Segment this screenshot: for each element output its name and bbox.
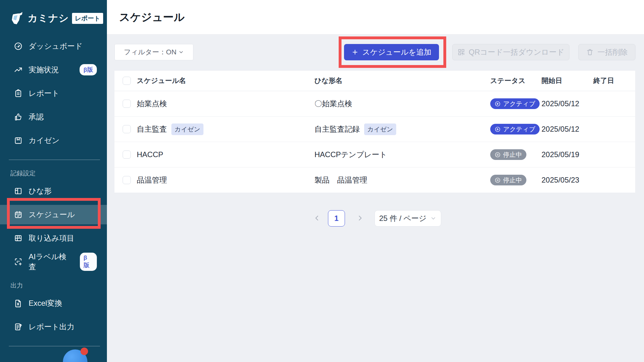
- thumbs-up-icon: [14, 112, 23, 121]
- excel-file-icon: [14, 299, 23, 308]
- sidebar-nav-main: ダッシュボード 実施状況 β版 レポート: [0, 36, 107, 150]
- status-cell: アクティブ: [490, 124, 541, 134]
- table-header-row: スケジュール名 ひな形名 ステータス 開始日 終了日: [114, 71, 635, 91]
- sidebar-item-label: ダッシュボード: [29, 41, 82, 51]
- column-header-end-date: 終了日: [593, 76, 635, 85]
- schedule-table: スケジュール名 ひな形名 ステータス 開始日 終了日 始業点検 〇始業点検 アク…: [114, 71, 635, 193]
- play-circle-icon: [495, 126, 501, 132]
- sidebar-item-dashboard[interactable]: ダッシュボード: [0, 36, 107, 56]
- page-title: スケジュール: [119, 10, 185, 25]
- page-header: スケジュール: [107, 0, 644, 35]
- template-name-cell: HACCPテンプレート: [314, 150, 490, 160]
- table-row[interactable]: 始業点検 〇始業点検 アクティブ 2025/05/12: [114, 91, 635, 117]
- sidebar-item-ai-label[interactable]: AIラベル検査 β版: [0, 252, 107, 272]
- next-page-button[interactable]: [356, 214, 364, 222]
- sidebar-item-label: ひな形: [29, 186, 52, 196]
- schedule-name-cell: HACCP: [137, 150, 314, 159]
- bulk-delete-label: 一括削除: [597, 47, 628, 57]
- trash-icon: [586, 48, 594, 56]
- schedule-name-cell: 品温管理: [137, 175, 314, 185]
- sidebar-divider-bottom: [9, 346, 100, 346]
- status-badge: 停止中: [490, 175, 526, 185]
- schedule-name-cell: 始業点検: [137, 99, 314, 109]
- add-schedule-label: スケジュールを追加: [362, 47, 431, 57]
- filter-button-label: フィルター：ON: [124, 47, 176, 57]
- bulk-delete-button[interactable]: 一括削除: [578, 44, 636, 60]
- pause-circle-icon: [495, 152, 501, 158]
- status-badge: アクティブ: [490, 124, 540, 134]
- status-badge: 停止中: [490, 149, 526, 160]
- import-table-icon: [14, 234, 23, 243]
- gauge-icon: [14, 42, 23, 51]
- start-date-cell: 2025/05/12: [541, 125, 593, 134]
- play-circle-icon: [495, 101, 501, 107]
- report-export-icon: [14, 322, 23, 331]
- sidebar-item-excel[interactable]: Excel変換: [0, 293, 107, 313]
- chevron-down-icon: [178, 49, 184, 55]
- previous-page-button[interactable]: [313, 214, 321, 222]
- kaizen-tag: カイゼン: [171, 123, 203, 135]
- column-header-start-date: 開始日: [541, 76, 593, 85]
- sidebar-item-approval[interactable]: 承認: [0, 107, 107, 127]
- page-number-button[interactable]: 1: [328, 210, 345, 227]
- brand-name: カミナシ: [28, 12, 69, 25]
- sidebar-item-label: スケジュール: [29, 210, 75, 220]
- kaizen-icon: [14, 136, 23, 145]
- column-header-status: ステータス: [490, 76, 541, 85]
- filter-button[interactable]: フィルター：ON: [114, 44, 193, 60]
- page-size-select[interactable]: 25 件 / ページ: [375, 210, 441, 227]
- template-icon: [14, 187, 23, 195]
- goat-logo-icon: [9, 11, 25, 25]
- status-cell: 停止中: [490, 149, 541, 160]
- template-name-cell: 〇始業点検: [314, 99, 490, 109]
- section-label-records: 記録設定: [0, 169, 107, 177]
- sidebar-item-report-export[interactable]: レポート出力: [0, 317, 107, 337]
- row-checkbox[interactable]: [123, 151, 131, 159]
- app-logo[interactable]: カミナシ レポート: [0, 0, 107, 26]
- sidebar-item-label: レポート出力: [29, 322, 75, 332]
- notification-dot: [80, 348, 88, 355]
- add-schedule-button[interactable]: スケジュールを追加: [344, 44, 439, 60]
- status-cell: アクティブ: [490, 98, 541, 109]
- sidebar-item-template[interactable]: ひな形: [0, 181, 107, 201]
- start-date-cell: 2025/05/12: [541, 99, 593, 108]
- sidebar-item-schedule[interactable]: スケジュール: [0, 205, 107, 224]
- sidebar-item-report[interactable]: レポート: [0, 84, 107, 103]
- clipboard-icon: [14, 89, 23, 98]
- sidebar: カミナシ レポート ダッシュボード 実施状況 β版: [0, 0, 107, 362]
- template-name-cell: 自主監査記録 カイゼン: [314, 123, 490, 135]
- status-cell: 停止中: [490, 175, 541, 185]
- row-checkbox[interactable]: [123, 125, 131, 133]
- sidebar-divider: [9, 160, 100, 160]
- sidebar-item-label: カイゼン: [29, 135, 59, 145]
- row-checkbox[interactable]: [123, 100, 131, 108]
- qr-bulk-download-button[interactable]: QRコード一括ダウンロード: [452, 44, 569, 60]
- sidebar-nav-records: ひな形 スケジュール 取り込み項目: [0, 181, 107, 272]
- template-name-cell: 製品 品温管理: [314, 175, 490, 185]
- page-size-value: 25 件 / ページ: [379, 213, 427, 223]
- sidebar-item-import-fields[interactable]: 取り込み項目: [0, 228, 107, 248]
- status-badge: アクティブ: [490, 98, 540, 109]
- table-row[interactable]: 品温管理 製品 品温管理 停止中 2025/05/23: [114, 167, 635, 193]
- chevron-down-icon: [430, 215, 436, 222]
- sidebar-item-label: レポート: [29, 88, 59, 98]
- start-date-cell: 2025/05/23: [541, 176, 593, 184]
- qr-bulk-download-label: QRコード一括ダウンロード: [469, 47, 564, 57]
- qr-code-icon: [458, 48, 465, 56]
- section-label-output: 出力: [0, 282, 107, 289]
- start-date-cell: 2025/05/19: [541, 150, 593, 159]
- select-all-checkbox[interactable]: [123, 77, 131, 85]
- beta-badge: β版: [80, 253, 97, 271]
- sidebar-item-label: 承認: [29, 112, 44, 122]
- row-checkbox[interactable]: [123, 176, 131, 184]
- table-row[interactable]: HACCP HACCPテンプレート 停止中 2025/05/19: [114, 142, 635, 167]
- sidebar-item-label: 実施状況: [29, 65, 59, 75]
- calendar-check-icon: [14, 210, 23, 219]
- sidebar-item-label: 取り込み項目: [29, 233, 74, 243]
- sidebar-item-status[interactable]: 実施状況 β版: [0, 60, 107, 80]
- sidebar-item-label: Excel変換: [29, 298, 62, 308]
- table-row[interactable]: 自主監査 カイゼン 自主監査記録 カイゼン アクティブ 2025/05/12: [114, 117, 635, 142]
- sidebar-item-kaizen[interactable]: カイゼン: [0, 131, 107, 150]
- product-badge: レポート: [72, 13, 103, 24]
- plus-icon: [352, 49, 358, 56]
